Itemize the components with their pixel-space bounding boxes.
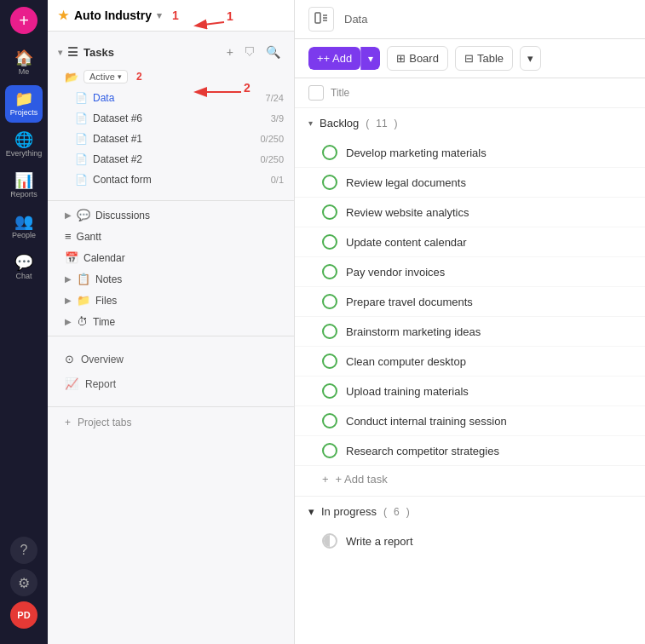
main-header-title: Data <box>344 13 367 26</box>
backlog-label: Backlog <box>320 117 359 129</box>
task-title: Conduct internal training session <box>346 415 507 428</box>
nav-files[interactable]: ▶ 📁 Files <box>48 290 294 311</box>
task-status-icon <box>322 175 337 190</box>
table-row[interactable]: Review website analytics <box>295 198 645 227</box>
nav-notes[interactable]: ▶ 📋 Notes <box>48 268 294 290</box>
backlog-count: ( <box>366 118 369 129</box>
globe-icon: 🌐 <box>14 132 33 147</box>
task-title: Review legal documents <box>346 176 466 189</box>
add-task-btn[interactable]: + + Add task <box>295 466 645 492</box>
help-button[interactable]: ? <box>10 537 37 564</box>
task-status-icon <box>322 324 337 339</box>
icon-sidebar: + 🏠 Me 📁 Projects 🌐 Everything 📊 Reports… <box>0 0 48 644</box>
backlog-group-header[interactable]: ▾ Backlog ( 11 ) <box>295 108 645 138</box>
add-button[interactable]: + <box>10 7 37 34</box>
table-row[interactable]: Conduct internal training session <box>295 406 645 436</box>
task-list: Title ▾ Backlog ( 11 ) Develop marketing… <box>295 78 645 644</box>
task-status-icon <box>322 383 337 399</box>
sidebar-item-reports[interactable]: 📊 Reports <box>5 167 43 204</box>
main-content: Data + + Add ▾ ⊞ Board ⊟ Table ▾ Title ▾ <box>295 0 645 644</box>
sidebar-item-everything[interactable]: 🌐 Everything <box>5 126 43 164</box>
nav-time[interactable]: ▶ ⏱ Time <box>48 311 294 332</box>
tasks-icon: ☰ <box>67 45 78 59</box>
sidebar-item-projects[interactable]: 📁 Projects <box>5 85 43 123</box>
svg-rect-0 <box>315 13 320 23</box>
table-row[interactable]: Prepare travel documents <box>295 287 645 317</box>
nav-gantt[interactable]: ≡ Gantt <box>48 226 294 247</box>
task-status-icon <box>322 204 337 220</box>
task-title: Review website analytics <box>346 206 469 219</box>
nav-item-data[interactable]: 📄 Data 7/24 <box>48 88 294 108</box>
table-view-btn[interactable]: ⊟ Table <box>455 46 513 71</box>
table-row[interactable]: Clean computer desktop <box>295 347 645 377</box>
active-badge: Active ▾ <box>84 70 128 83</box>
add-button[interactable]: + + Add <box>308 47 360 70</box>
tasks-section: ▾ ☰ Tasks + ⛉ 🔍 📂 Active ▾ 2 <box>48 32 294 197</box>
nav-item-dataset1[interactable]: 📄 Dataset #1 0/250 <box>48 129 294 149</box>
task-title: Research competitor strategies <box>346 445 499 457</box>
home-icon: 🏠 <box>14 50 33 66</box>
nav-calendar[interactable]: 📅 Calendar <box>48 247 294 268</box>
active-group[interactable]: 📂 Active ▾ 2 <box>48 66 294 88</box>
filter-btn[interactable]: ⛉ <box>240 43 259 60</box>
item-icon: 📄 <box>75 153 88 165</box>
chevron-down-icon: ▾ <box>308 118 313 128</box>
report-icon: 📈 <box>65 377 78 390</box>
task-status-icon <box>322 145 337 160</box>
panel-toggle-btn[interactable] <box>308 7 334 32</box>
sidebar-item-chat[interactable]: 💬 Chat <box>5 249 43 286</box>
add-caret-btn[interactable]: ▾ <box>360 47 380 70</box>
main-header: Data <box>295 0 645 39</box>
table-row[interactable]: Write a report <box>295 526 645 555</box>
nav-overview[interactable]: ⊙ Overview <box>48 347 294 371</box>
expand-icon: ▶ <box>65 274 72 284</box>
table-row[interactable]: Review legal documents <box>295 168 645 198</box>
nav-item-contact[interactable]: 📄 Contact form 0/1 <box>48 170 294 190</box>
item-icon: 📄 <box>75 112 88 124</box>
task-status-icon <box>322 413 337 428</box>
project-name[interactable]: ★ Auto Industry ▾ 1 <box>58 9 179 22</box>
board-icon: ⊞ <box>396 52 406 65</box>
task-title: Develop marketing materials <box>346 147 487 159</box>
table-row[interactable]: Pay vendor invoices <box>295 257 645 287</box>
table-row[interactable]: Research competitor strategies <box>295 436 645 466</box>
add-task-btn[interactable]: + <box>223 43 237 60</box>
plus-icon: + <box>317 52 324 65</box>
table-icon: ⊟ <box>464 52 474 65</box>
task-title: Prepare travel documents <box>346 296 473 308</box>
sidebar-item-people[interactable]: 👥 People <box>5 208 43 245</box>
section-actions: + ⛉ 🔍 <box>223 43 284 60</box>
table-row[interactable]: Brainstorm marketing ideas <box>295 317 645 347</box>
table-row[interactable]: Upload training materials <box>295 377 645 406</box>
overview-icon: ⊙ <box>65 353 74 365</box>
nav-item-dataset2[interactable]: 📄 Dataset #2 0/250 <box>48 149 294 170</box>
table-row[interactable]: Update content calendar <box>295 227 645 257</box>
board-view-btn[interactable]: ⊞ Board <box>387 46 448 71</box>
more-views-btn[interactable]: ▾ <box>520 46 541 71</box>
item-icon: 📄 <box>75 174 88 186</box>
folder-icon: 📁 <box>14 91 33 106</box>
settings-button[interactable]: ⚙ <box>10 569 37 596</box>
main-toolbar: + + Add ▾ ⊞ Board ⊟ Table ▾ <box>295 39 645 78</box>
in-progress-label: In progress <box>321 505 377 518</box>
in-progress-group-header[interactable]: ▾ In progress ( 6 ) <box>295 496 645 526</box>
task-title: Write a report <box>346 535 413 548</box>
in-progress-count: ( <box>383 506 387 518</box>
task-title: Clean computer desktop <box>346 355 466 368</box>
search-btn[interactable]: 🔍 <box>262 43 284 60</box>
annotation-2: 2 <box>136 71 142 83</box>
table-row[interactable]: Develop marketing materials <box>295 138 645 168</box>
select-all-checkbox[interactable] <box>308 85 324 101</box>
nav-report[interactable]: 📈 Report <box>48 371 294 396</box>
sidebar-item-me[interactable]: 🏠 Me <box>5 44 43 82</box>
chevron-down-icon: ▾ <box>157 10 162 21</box>
in-progress-count-num: 6 <box>394 506 400 518</box>
avatar[interactable]: PD <box>10 601 37 629</box>
nav-discussions[interactable]: ▶ 💬 Discussions <box>48 204 294 226</box>
nav-item-dataset6[interactable]: 📄 Dataset #6 3/9 <box>48 108 294 129</box>
nav-panel: ★ Auto Industry ▾ 1 ▾ ☰ Tasks + ⛉ 🔍 📂 <box>48 0 295 644</box>
expand-icon: ▶ <box>65 210 72 220</box>
add-project-tabs[interactable]: + Project tabs <box>48 411 294 434</box>
task-status-icon <box>322 354 337 369</box>
time-icon: ⏱ <box>77 315 88 328</box>
